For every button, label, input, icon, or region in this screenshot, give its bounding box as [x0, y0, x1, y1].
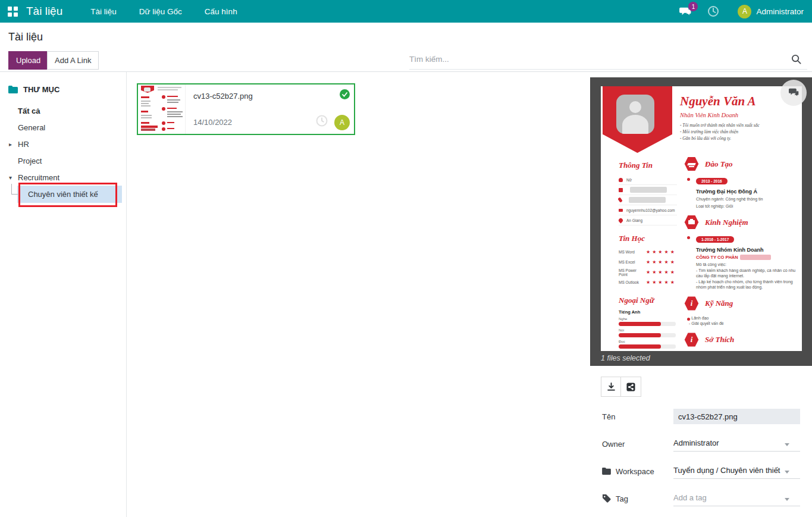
sidebar-item[interactable]: Chuyên viên thiết kế	[17, 186, 122, 203]
nav-menu: Tài liệuDữ liệu GốcCấu hình	[79, 0, 248, 23]
cv-computer-title: Tin Học	[619, 234, 677, 243]
nav-menu-item[interactable]: Dữ liệu Gốc	[128, 0, 193, 23]
folder-icon	[8, 86, 18, 93]
search-placeholder: Tìm kiếm...	[409, 55, 449, 64]
page-title: Tài liệu	[8, 31, 43, 43]
document-owner-avatar[interactable]: A	[334, 115, 350, 130]
cv-language-bars: Nghe Nói	[619, 317, 677, 351]
cv-skill-row: MS Excel ★★★★★	[619, 257, 677, 267]
cv-right-column: Đào Tạo 2013 - 2016 Trường Đại Học Đông …	[684, 156, 796, 351]
sidebar-item[interactable]: General	[0, 119, 126, 136]
selected-check-icon[interactable]	[340, 89, 350, 99]
cv-skill-row: MS Word ★★★★★	[619, 247, 677, 257]
cv-education-title: Đào Tạo	[705, 159, 733, 169]
cv-contact-icon	[619, 178, 623, 182]
cv-language-title: Ngoại Ngữ	[619, 296, 677, 305]
star-rating: ★★★★★	[646, 280, 676, 285]
cv-computer-skills: MS Word ★★★★★ MS Excel ★★★★★	[619, 247, 677, 287]
activity-clock-icon[interactable]	[316, 115, 328, 129]
tree-toggle-icon[interactable]: ▾	[9, 174, 12, 181]
owner-select[interactable]: Administrator	[673, 437, 800, 452]
search-input[interactable]: Tìm kiếm...	[409, 49, 807, 70]
cv-preview-image[interactable]: Nguyễn Văn A Nhân Viên Kinh Doanh - Tôi …	[601, 86, 802, 351]
cv-contact-row: Nữ	[619, 175, 677, 185]
tag-field-label: Tag	[602, 494, 673, 503]
cv-contact-icon	[617, 197, 623, 202]
star-rating: ★★★★★	[646, 270, 676, 275]
chatter-toggle-button[interactable]	[780, 80, 807, 106]
cv-hobby-title: Sở Thích	[705, 335, 734, 344]
cv-photo-placeholder	[616, 95, 654, 134]
document-thumbnail	[138, 84, 186, 134]
chevron-down-icon[interactable]	[785, 443, 789, 446]
folder-icon	[602, 468, 611, 475]
cv-contact-list: Nữ	[619, 175, 677, 225]
chevron-down-icon[interactable]	[785, 498, 789, 501]
download-icon	[607, 383, 616, 391]
workspace-tree: Tất cả General ▸ HR Project	[0, 102, 126, 203]
cv-skills-title: Kỹ Năng	[705, 299, 733, 308]
cv-objectives: - Tôi muốn trở thành một nhân viên xuất …	[680, 122, 760, 142]
document-form: Tên cv13-c52b27.png Owner Administrator	[590, 403, 812, 512]
cv-left-column: Thông Tin Nữ	[619, 161, 677, 351]
sidebar-item[interactable]: Tất cả	[0, 102, 126, 119]
preview-area: Nguyễn Văn A Nhân Viên Kinh Doanh - Tôi …	[590, 77, 812, 366]
education-icon	[684, 156, 699, 171]
document-filename: cv13-c52b27.png	[193, 92, 253, 101]
cv-language-bar: Nói	[619, 328, 677, 337]
document-actions	[601, 377, 641, 397]
add-a-link-button[interactable]: Add A Link	[47, 51, 99, 70]
cv-language-name: Tiếng Anh	[619, 309, 677, 315]
cv-info-title: Thông Tin	[619, 161, 677, 170]
tree-toggle-icon[interactable]: ▸	[9, 141, 12, 148]
messages-button[interactable]: 1	[671, 6, 700, 17]
workspace-field-label: Workspace	[602, 467, 673, 476]
nav-menu-item[interactable]: Cấu hình	[193, 0, 249, 23]
cv-contact-icon	[619, 209, 623, 212]
sidebar-item[interactable]: Project	[0, 152, 126, 169]
sidebar-item[interactable]: ▸ HR	[0, 136, 126, 152]
apps-menu-icon[interactable]	[8, 7, 18, 17]
cv-experience-entry: 1-2016 - 1-2017 Trưởng Nhóm Kinh Doanh C…	[684, 234, 796, 290]
chevron-down-icon[interactable]	[785, 471, 789, 474]
cv-job-title: Nhân Viên Kinh Doanh	[680, 112, 738, 118]
inspector-panel: Nguyễn Văn A Nhân Viên Kinh Doanh - Tôi …	[590, 72, 812, 517]
cv-language-bar: Nghe	[619, 317, 677, 326]
cv-skill-row: MS Power Point ★★★★★	[619, 267, 677, 277]
documents-app: Tài liệu Tài liệuDữ liệu GốcCấu hình 1 A…	[0, 0, 812, 517]
document-card[interactable]: cv13-c52b27.png 14/10/2022 A	[137, 83, 355, 135]
skills-icon: i	[684, 296, 699, 311]
share-button[interactable]	[621, 377, 641, 397]
name-field-label: Tên	[602, 412, 673, 421]
star-rating: ★★★★★	[646, 259, 676, 265]
top-navbar: Tài liệu Tài liệuDữ liệu GốcCấu hình 1 A…	[0, 0, 812, 23]
owner-field-label: Owner	[602, 440, 673, 449]
activities-button[interactable]	[700, 5, 727, 17]
name-input[interactable]: cv13-c52b27.png	[673, 409, 800, 424]
upload-button[interactable]: Upload	[8, 51, 48, 70]
search-icon[interactable]	[791, 54, 801, 64]
cv-contact-row	[619, 185, 677, 195]
sidebar-header[interactable]: THƯ MỤC	[0, 85, 126, 94]
tag-icon	[602, 494, 611, 503]
nav-right: 1 A Administrator	[671, 5, 812, 18]
download-button[interactable]	[601, 377, 621, 397]
cv-contact-row: nguyennhu102@yahoo.com	[619, 205, 677, 215]
tag-field-row: Tag Add a tag	[602, 485, 800, 512]
document-card-body: cv13-c52b27.png 14/10/2022 A	[186, 84, 354, 134]
app-name[interactable]: Tài liệu	[26, 5, 62, 18]
document-date: 14/10/2022	[193, 118, 232, 127]
nav-menu-item[interactable]: Tài liệu	[79, 0, 128, 23]
tag-input[interactable]: Add a tag	[673, 491, 800, 506]
cv-experience-title: Kinh Nghiệm	[705, 218, 748, 227]
messages-badge: 1	[688, 2, 698, 11]
content-area: THƯ MỤC Tất cả General ▸	[0, 72, 812, 517]
files-selected-text: 1 files selected	[601, 354, 650, 362]
sidebar-title: THƯ MỤC	[23, 85, 59, 94]
cv-name: Nguyễn Văn A	[680, 94, 756, 109]
workspace-select[interactable]: Tuyển dụng / Chuyên viên thiết	[673, 464, 800, 479]
user-avatar[interactable]: A	[738, 5, 751, 18]
control-panel: Tài liệu Upload Add A Link Tìm kiếm... B…	[0, 23, 812, 72]
cv-contact-row	[619, 195, 677, 205]
user-name[interactable]: Administrator	[756, 7, 804, 16]
